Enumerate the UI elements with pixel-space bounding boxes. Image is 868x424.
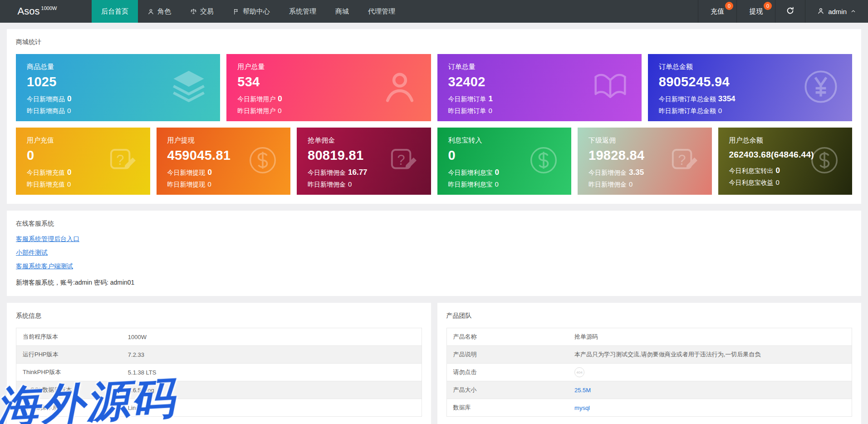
stat-card-users-total: 用户总量534今日新增用户0昨日新增用户0 [226, 54, 431, 121]
subline-label: 昨日新增充值 [27, 181, 65, 188]
service-link-admin-entry[interactable]: 客服系统管理后台入口 [16, 235, 79, 242]
stat-card-subline: 昨日新增利息宝0 [448, 178, 561, 190]
nav-item-label: 帮助中心 [243, 7, 270, 16]
nav-item-trade[interactable]: 交易 [181, 0, 223, 23]
row-label: 产品说明 [446, 346, 568, 364]
subline-value: 0 [208, 180, 211, 188]
table-row: 请勿点击404 [446, 364, 852, 381]
book-icon [591, 67, 630, 108]
edit-square-icon: ? [668, 144, 700, 178]
product-team-title: 产品团队 [446, 312, 853, 320]
subline-label: 昨日新增商品 [27, 107, 65, 114]
subline-value: 0 [489, 107, 492, 114]
edit-square-icon: ? [387, 144, 419, 178]
yen-circle-icon [801, 67, 840, 108]
subline-value: 0 [776, 178, 780, 186]
subline-value: 0 [348, 180, 352, 188]
stat-card-interest-transfer-in: 利息宝转入0今日新增利息宝0昨日新增利息宝0 [437, 128, 572, 195]
row-value: 5.1.38 LTS [122, 364, 422, 381]
subline-label: 昨日新增佣金 [588, 181, 627, 188]
subline-value: 0 [67, 94, 71, 103]
product-team-table: 产品名称抢单源码产品说明本产品只为学习测试交流,请勿要做商业或者用于违法行为,一… [446, 328, 853, 417]
stat-card-products-total: 商品总量1025今日新增商品0昨日新增商品0 [16, 54, 220, 121]
dollar-circle-icon [528, 144, 559, 178]
value-link[interactable]: mysql [574, 404, 590, 411]
stat-card-title: 下级返佣 [588, 136, 701, 145]
stat-card-subline: 昨日新增提现0 [167, 178, 280, 190]
app-logo[interactable]: Asos 1000W [0, 0, 74, 23]
table-row: 服务器操作系统Linux [16, 399, 422, 417]
user-menu[interactable]: admin [805, 0, 868, 23]
top-navbar: Asos 1000W 后台首页角色交易帮助中心系统管理商城代理管理 充值0提现0… [0, 0, 868, 23]
subline-value: 0 [67, 180, 71, 188]
dollar-circle-icon [247, 144, 279, 178]
stat-card-orders-total: 订单总量32402今日新增订单1昨日新增订单0 [437, 54, 642, 121]
subline-label: 今日新增订单 [448, 95, 486, 103]
stats-row-2: 用户充值0今日新增充值0昨日新增充值0?用户提现459045.81今日新增提现0… [16, 128, 852, 195]
stat-card-subline: 今日利息宝收益0 [729, 177, 842, 188]
row-label: 服务器操作系统 [16, 399, 122, 417]
stat-card-title: 抢单佣金 [308, 136, 420, 145]
nav-item-agent-management[interactable]: 代理管理 [358, 0, 405, 23]
row-value: 404 [568, 364, 852, 381]
row-value: 抢单源码 [568, 328, 852, 346]
nav-item-system-management[interactable]: 系统管理 [280, 0, 326, 23]
nav-item-mall[interactable]: 商城 [326, 0, 358, 23]
row-label: 运行PHP版本 [16, 346, 122, 364]
main-content: 商城统计 商品总量1025今日新增商品0昨日新增商品0用户总量534今日新增用户… [0, 23, 868, 424]
stat-card-grab-commission: 抢单佣金80819.81今日新增佣金16.77昨日新增佣金0? [297, 128, 431, 195]
table-row: 产品说明本产品只为学习测试交流,请勿要做商业或者用于违法行为,一切后果自负 [446, 346, 852, 364]
withdraw-button[interactable]: 提现0 [736, 0, 775, 23]
subline-label: 昨日新增提现 [167, 181, 206, 188]
flag-icon [233, 8, 240, 15]
row-value: Linux [122, 399, 422, 417]
row-value: 1000W [122, 328, 422, 346]
row-label: 数据库 [446, 399, 568, 417]
edit-square-icon: ? [107, 144, 138, 178]
nav-item-dashboard[interactable]: 后台首页 [92, 0, 138, 23]
subline-label: 今日新增订单总金额 [659, 95, 716, 103]
brand-name: Asos [18, 5, 40, 17]
table-row: 当前程序版本1000W [16, 328, 422, 346]
subline-value: 16.77 [348, 168, 368, 177]
stat-card-subline: 昨日新增佣金0 [588, 178, 701, 190]
stat-card-title: 用户总余额 [729, 136, 842, 145]
nav-item-roles[interactable]: 角色 [138, 0, 181, 23]
subline-value: 3354 [718, 94, 736, 103]
service-link-client-test[interactable]: 客服系统客户端测试 [16, 262, 73, 270]
table-row: 数据库mysql [446, 399, 852, 417]
stat-card-user-withdraw: 用户提现459045.81今日新增提现0昨日新增提现0 [157, 128, 291, 195]
subline-value: 1 [489, 94, 493, 103]
stat-card-order-amount-total: 订单总金额8905245.94今日新增订单总金额3354昨日新增订单总金额0 [648, 54, 852, 121]
user-icon [147, 8, 154, 15]
nav-item-help-center[interactable]: 帮助中心 [223, 0, 280, 23]
subline-value: 0 [718, 107, 722, 114]
subline-value: 0 [495, 168, 499, 177]
navbar-actions: 充值0提现0 [698, 0, 775, 23]
recharge-button[interactable]: 充值0 [698, 0, 736, 23]
nav-item-label: 后台首页 [101, 7, 128, 16]
stat-card-title: 利息宝转入 [448, 136, 561, 145]
row-label: 产品大小 [446, 381, 568, 399]
badge-404[interactable]: 404 [574, 367, 584, 377]
refresh-button[interactable] [775, 0, 805, 23]
system-info-title: 系统信息 [16, 312, 422, 320]
subline-value: 0 [495, 180, 499, 188]
subline-label: 今日新增用户 [237, 95, 275, 103]
value-link[interactable]: 25.5M [574, 387, 591, 394]
subline-value: 0 [67, 168, 71, 177]
service-link-item: 小部件测试 [16, 248, 852, 257]
system-info-table: 当前程序版本1000W运行PHP版本7.2.33ThinkPHP版本5.1.38… [16, 328, 422, 417]
stats-row-1: 商品总量1025今日新增商品0昨日新增商品0用户总量534今日新增用户0昨日新增… [16, 54, 852, 121]
service-link-widget-test[interactable]: 小部件测试 [16, 249, 48, 256]
subline-value: 0 [208, 168, 212, 177]
stat-card-title: 用户充值 [27, 136, 139, 145]
stats-panel: 商城统计 商品总量1025今日新增商品0昨日新增商品0用户总量534今日新增用户… [7, 29, 861, 204]
subline-value: 0 [776, 166, 780, 175]
service-link-item: 客服系统客户端测试 [16, 262, 852, 271]
system-info-panel: 系统信息 当前程序版本1000W运行PHP版本7.2.33ThinkPHP版本5… [7, 303, 431, 424]
table-row: 产品大小25.5M [446, 381, 852, 399]
svg-text:?: ? [678, 152, 686, 168]
user-icon [380, 67, 419, 108]
stat-card-subline: 昨日新增佣金0 [308, 178, 420, 190]
